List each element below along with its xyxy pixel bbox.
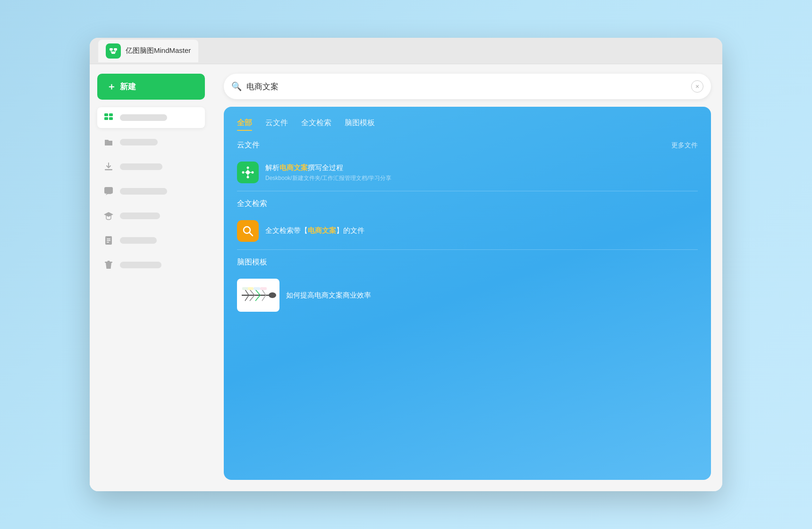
svg-rect-13 xyxy=(107,239,110,239)
fulltext-item[interactable]: 全文检索带【电商文案】的文件 xyxy=(237,215,698,247)
tab-all[interactable]: 全部 xyxy=(237,118,252,130)
svg-point-22 xyxy=(247,176,249,179)
file-name-suffix: 撰写全过程 xyxy=(308,163,343,171)
svg-rect-39 xyxy=(242,287,249,290)
fulltext-suffix: 】的文件 xyxy=(336,226,364,234)
sidebar-item-recent[interactable] xyxy=(97,107,205,128)
app-window: 亿图脑图MindMaster ＋ 新建 xyxy=(90,38,722,491)
cloud-file-item[interactable]: 解析电商文案撰写全过程 Deskbook/新建文件夹/工作汇报管理文档/学习分享 xyxy=(237,157,698,188)
svg-line-34 xyxy=(262,290,266,295)
svg-line-32 xyxy=(250,290,254,295)
svg-point-21 xyxy=(247,167,249,169)
svg-rect-7 xyxy=(104,117,108,120)
svg-line-33 xyxy=(255,290,260,295)
svg-line-38 xyxy=(262,295,266,301)
svg-line-36 xyxy=(250,295,254,301)
svg-rect-42 xyxy=(260,287,267,290)
tab-fulltext[interactable]: 全文检索 xyxy=(301,118,331,130)
svg-line-28 xyxy=(250,233,253,236)
section-divider-1 xyxy=(237,191,698,191)
sidebar-item-download[interactable] xyxy=(97,156,205,177)
sidebar-label-doc xyxy=(120,237,157,244)
svg-point-18 xyxy=(246,171,250,174)
sidebar-label-recent xyxy=(120,114,167,121)
folder-icon xyxy=(103,137,114,148)
search-input[interactable] xyxy=(246,82,686,91)
sidebar-label-download xyxy=(120,163,162,170)
cloud-file-path: Deskbook/新建文件夹/工作汇报管理文档/学习分享 xyxy=(265,174,698,182)
section-divider-2 xyxy=(237,249,698,250)
tab-cloud[interactable]: 云文件 xyxy=(265,118,288,130)
search-clear-button[interactable]: × xyxy=(691,80,703,93)
search-magnify-icon xyxy=(242,225,254,237)
file-name-prefix: 解析 xyxy=(265,163,279,171)
cloud-file-info: 解析电商文案撰写全过程 Deskbook/新建文件夹/工作汇报管理文档/学习分享 xyxy=(265,162,698,182)
cloud-file-name: 解析电商文案撰写全过程 xyxy=(265,162,698,172)
svg-marker-11 xyxy=(104,212,113,217)
title-bar: 亿图脑图MindMaster xyxy=(90,38,722,64)
tab-template[interactable]: 脑图模板 xyxy=(345,118,375,130)
fulltext-highlight: 电商文案 xyxy=(308,226,336,234)
main-content: ＋ 新建 xyxy=(90,64,722,491)
search-bar: 🔍 × xyxy=(224,74,711,99)
svg-rect-14 xyxy=(107,240,110,241)
svg-point-20 xyxy=(252,171,254,174)
template-prefix: 如何提高 xyxy=(286,291,314,299)
svg-line-31 xyxy=(245,290,249,295)
new-button-label: 新建 xyxy=(120,81,136,92)
sidebar-item-folder[interactable] xyxy=(97,132,205,153)
chat-icon xyxy=(103,186,114,197)
svg-line-37 xyxy=(255,295,260,301)
svg-rect-6 xyxy=(109,113,113,116)
cloud-more-link[interactable]: 更多文件 xyxy=(671,141,698,150)
search-results-panel: 全部 云文件 全文检索 脑图模板 云文件 更多文件 xyxy=(224,107,711,480)
logo-icon xyxy=(109,46,118,56)
results-tabs: 全部 云文件 全文检索 脑图模板 xyxy=(237,118,698,130)
mindmap-icon xyxy=(242,166,254,179)
sidebar-item-chat[interactable] xyxy=(97,181,205,202)
svg-point-30 xyxy=(269,292,276,298)
svg-rect-17 xyxy=(108,261,110,262)
doc-icon xyxy=(103,235,114,246)
template-section-title: 脑图模板 xyxy=(237,257,267,267)
trash-icon xyxy=(103,259,114,271)
svg-rect-0 xyxy=(110,48,113,51)
graduation-icon xyxy=(103,210,114,222)
template-thumbnail xyxy=(237,279,279,312)
sidebar: ＋ 新建 xyxy=(90,64,212,491)
template-item[interactable]: 如何提高电商文案商业效率 xyxy=(237,274,698,316)
search-icon: 🔍 xyxy=(231,81,242,92)
fulltext-section-title: 全文检索 xyxy=(237,199,267,209)
template-highlight: 电商文案 xyxy=(314,291,343,299)
fulltext-label: 全文检索带【电商文案】的文件 xyxy=(265,225,698,235)
new-button[interactable]: ＋ 新建 xyxy=(97,74,205,100)
svg-rect-15 xyxy=(107,242,109,243)
svg-rect-5 xyxy=(104,113,108,116)
download-icon xyxy=(103,161,114,172)
right-panel: 🔍 × 全部 云文件 全文检索 脑图模板 云文件 更多文件 xyxy=(212,64,722,491)
cloud-section-title: 云文件 xyxy=(237,140,260,150)
sidebar-label-folder xyxy=(120,139,158,145)
sidebar-item-learn[interactable] xyxy=(97,205,205,226)
fulltext-icon xyxy=(237,220,259,242)
recent-icon xyxy=(103,112,114,123)
fishbone-diagram xyxy=(239,281,277,309)
svg-point-19 xyxy=(242,171,245,174)
svg-rect-1 xyxy=(114,48,117,51)
template-suffix: 商业效率 xyxy=(343,291,371,299)
clear-icon: × xyxy=(695,83,699,90)
svg-rect-40 xyxy=(248,287,254,290)
template-section-header: 脑图模板 xyxy=(237,257,698,267)
fulltext-section-header: 全文检索 xyxy=(237,199,698,209)
title-bar-tab: 亿图脑图MindMaster xyxy=(98,40,198,62)
template-name: 如何提高电商文案商业效率 xyxy=(286,291,698,300)
sidebar-item-doc[interactable] xyxy=(97,230,205,251)
svg-rect-9 xyxy=(105,169,112,171)
svg-rect-41 xyxy=(254,287,260,290)
sidebar-label-trash xyxy=(120,262,161,268)
app-title: 亿图脑图MindMaster xyxy=(126,46,191,55)
fulltext-prefix: 全文检索带【 xyxy=(265,226,308,234)
svg-rect-2 xyxy=(111,51,115,54)
sidebar-item-trash[interactable] xyxy=(97,255,205,275)
svg-rect-10 xyxy=(104,187,113,194)
